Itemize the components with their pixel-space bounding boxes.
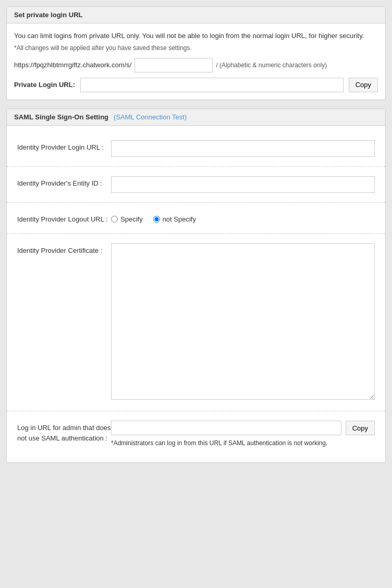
idp-login-url-input[interactable] <box>111 140 375 157</box>
idp-entity-id-input[interactable] <box>111 176 375 193</box>
private-login-url-card: Set private login URL You can limit logi… <box>6 6 386 100</box>
idp-certificate-control <box>111 243 375 401</box>
url-input-row: https://fpqzhlbtmrrgiftz.chatwork.com/s/… <box>14 58 378 72</box>
idp-entity-id-label: Identity Provider's Entity ID : <box>17 176 111 189</box>
idp-certificate-label: Identity Provider Certificate : <box>17 243 111 256</box>
logout-url-specify-option[interactable]: Specify <box>111 215 143 223</box>
private-login-url-body: You can limit logins from private URL on… <box>7 23 385 100</box>
saml-body: Identity Provider Login URL : Identity P… <box>7 126 385 463</box>
logout-url-not-specify-option[interactable]: not Specify <box>153 215 196 223</box>
logout-url-specify-radio[interactable] <box>111 216 118 223</box>
idp-login-url-row: Identity Provider Login URL : <box>7 131 385 167</box>
idp-certificate-row: Identity Provider Certificate : <box>7 234 385 411</box>
private-url-label: Private Login URL: <box>14 81 75 89</box>
private-login-url-info: You can limit logins from private URL on… <box>14 31 378 41</box>
logout-url-specify-label: Specify <box>120 215 143 223</box>
idp-logout-url-control: Specify not Specify <box>111 212 375 223</box>
private-login-url-note: *All changes will be applied after you h… <box>14 44 378 52</box>
admin-url-input-row: Copy <box>111 421 375 435</box>
admin-url-controls: Copy *Administrators can log in from thi… <box>111 421 375 448</box>
admin-url-copy-button[interactable]: Copy <box>346 421 375 435</box>
idp-login-url-label: Identity Provider Login URL : <box>17 140 111 153</box>
url-slug-input[interactable] <box>134 58 213 72</box>
saml-header: SAML Single Sign-On Setting (SAML Connec… <box>7 109 385 126</box>
saml-connection-test-link[interactable]: (SAML Connection Test) <box>114 113 187 121</box>
saml-title: SAML Single Sign-On Setting <box>14 113 108 121</box>
private-url-input[interactable] <box>80 78 344 92</box>
private-login-url-header: Set private login URL <box>7 7 385 23</box>
private-login-url-title: Set private login URL <box>14 11 82 19</box>
private-url-copy-button[interactable]: Copy <box>349 78 378 92</box>
url-prefix: https://fpqzhlbtmrrgiftz.chatwork.com/s/ <box>14 61 131 69</box>
idp-certificate-textarea[interactable] <box>111 243 375 400</box>
admin-url-label: Log in URL for admin that does not use S… <box>17 421 111 443</box>
idp-logout-url-row: Identity Provider Logout URL : Specify n… <box>7 203 385 235</box>
logout-url-not-specify-radio[interactable] <box>153 216 160 223</box>
admin-url-input[interactable] <box>111 421 341 435</box>
private-url-row: Private Login URL: Copy <box>14 78 378 92</box>
saml-card: SAML Single Sign-On Setting (SAML Connec… <box>6 108 386 463</box>
idp-entity-id-control <box>111 176 375 193</box>
admin-url-row: Log in URL for admin that does not use S… <box>7 411 385 457</box>
idp-entity-id-row: Identity Provider's Entity ID : <box>7 167 385 203</box>
url-suffix: / (Alphabetic & numeric characters only) <box>216 62 327 69</box>
logout-url-not-specify-label: not Specify <box>163 215 196 223</box>
admin-url-note: *Administrators can log in from this URL… <box>111 438 375 448</box>
idp-logout-url-label: Identity Provider Logout URL : <box>17 212 111 225</box>
logout-url-radio-group: Specify not Specify <box>111 212 375 223</box>
idp-login-url-control <box>111 140 375 157</box>
